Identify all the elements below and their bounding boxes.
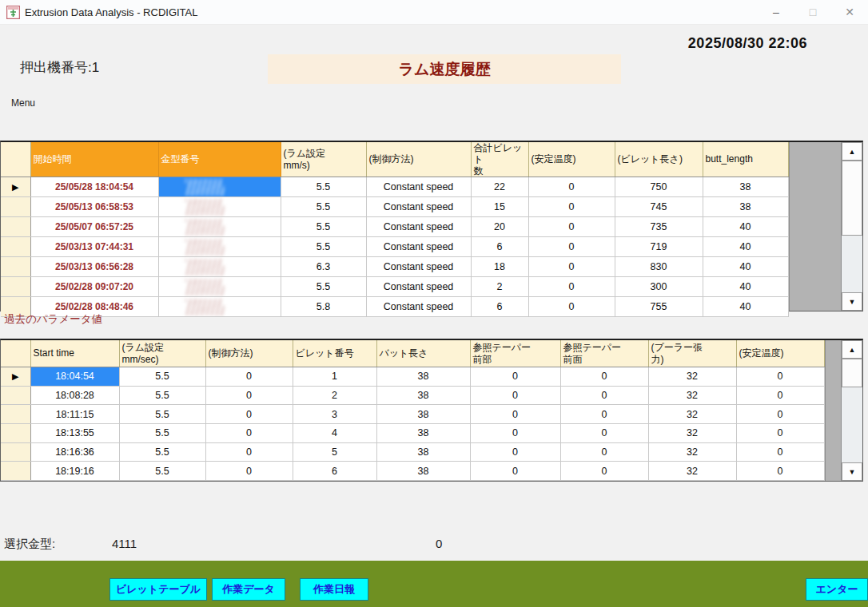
grid-cell[interactable]: 22 xyxy=(471,177,528,197)
row-selector[interactable] xyxy=(1,442,30,462)
grid-cell[interactable]: 0 xyxy=(528,197,615,217)
grid-cell[interactable] xyxy=(158,277,281,297)
grid-cell[interactable]: 0 xyxy=(736,423,824,442)
grid-cell[interactable]: Constant speed xyxy=(366,237,471,257)
grid-cell[interactable]: 25/05/28 18:04:54 xyxy=(30,177,158,197)
grid-cell[interactable]: 5 xyxy=(293,442,376,462)
column-header[interactable]: Start time xyxy=(30,340,119,367)
row-selector[interactable] xyxy=(1,277,30,297)
row-selector[interactable] xyxy=(1,217,30,237)
grid-cell[interactable]: 0 xyxy=(528,237,615,257)
column-header[interactable]: 参照テーパー 前面 xyxy=(560,340,648,367)
row-selector[interactable] xyxy=(1,462,30,481)
grid-cell[interactable]: Constant speed xyxy=(366,277,471,297)
grid-cell[interactable]: 15 xyxy=(471,197,528,217)
grid-cell[interactable]: 38 xyxy=(376,442,470,462)
grid-cell[interactable]: 0 xyxy=(560,367,648,387)
grid-cell[interactable] xyxy=(158,297,281,317)
grid-cell[interactable]: 830 xyxy=(615,257,703,277)
grid-cell[interactable]: 5.5 xyxy=(281,277,366,297)
grid-cell[interactable]: 32 xyxy=(648,442,736,462)
grid-cell[interactable] xyxy=(158,217,281,237)
grid-cell[interactable]: 2 xyxy=(471,277,528,297)
grid-cell[interactable]: 5.5 xyxy=(119,423,205,442)
grid-cell[interactable]: 5.5 xyxy=(119,405,205,424)
grid-cell[interactable] xyxy=(158,237,281,257)
grid-cell[interactable]: 5.8 xyxy=(281,297,366,317)
grid-cell[interactable]: 0 xyxy=(560,462,648,481)
grid-cell[interactable]: 18 xyxy=(471,257,528,277)
grid-cell[interactable]: 32 xyxy=(648,462,736,481)
grid-cell[interactable]: 0 xyxy=(205,423,293,442)
column-header[interactable]: バット長さ xyxy=(376,340,470,367)
work-data-button[interactable]: 作業データ xyxy=(212,578,285,601)
grid-cell[interactable]: 0 xyxy=(528,297,615,317)
grid-cell[interactable]: 745 xyxy=(615,197,703,217)
grid-cell[interactable]: 0 xyxy=(470,405,560,424)
grid-cell[interactable]: 5.5 xyxy=(119,386,205,405)
grid-cell[interactable]: Constant speed xyxy=(366,297,471,317)
column-header[interactable]: 参照テーパー 前部 xyxy=(470,340,560,367)
grid-cell[interactable]: 0 xyxy=(470,442,560,462)
grid-cell[interactable]: Constant speed xyxy=(366,197,471,217)
grid-cell[interactable]: 0 xyxy=(736,462,824,481)
grid-cell[interactable]: 0 xyxy=(736,442,824,462)
grid-cell[interactable]: 38 xyxy=(376,367,470,387)
grid-cell[interactable]: 0 xyxy=(736,405,824,424)
grid-cell[interactable] xyxy=(158,177,281,197)
grid-cell[interactable]: 38 xyxy=(376,423,470,442)
grid-cell[interactable]: 32 xyxy=(648,405,736,424)
grid-cell[interactable]: 40 xyxy=(703,257,788,277)
grid-cell[interactable]: 38 xyxy=(376,386,470,405)
grid-cell[interactable]: 5.5 xyxy=(281,217,366,237)
grid-cell[interactable]: 5.5 xyxy=(281,177,366,197)
column-header[interactable]: (安定温度) xyxy=(736,340,824,367)
grid-cell[interactable]: 755 xyxy=(615,297,703,317)
column-header[interactable]: (プーラー張 力) xyxy=(648,340,736,367)
grid-cell[interactable]: 0 xyxy=(528,177,615,197)
grid-cell[interactable]: 38 xyxy=(376,405,470,424)
row-selector[interactable] xyxy=(1,423,30,442)
row-selector[interactable] xyxy=(1,197,30,217)
grid-cell[interactable]: 18:19:16 xyxy=(30,462,119,481)
grid-cell[interactable]: 40 xyxy=(703,217,788,237)
scroll-down-button[interactable]: ▼ xyxy=(842,292,862,311)
grid-cell[interactable]: 0 xyxy=(205,386,293,405)
grid-cell[interactable]: 0 xyxy=(736,386,824,405)
scrollbar-track[interactable] xyxy=(842,359,862,462)
grid-cell[interactable]: 4 xyxy=(293,423,376,442)
column-header[interactable]: (安定温度) xyxy=(528,142,615,177)
grid-cell[interactable]: 5.5 xyxy=(119,367,205,387)
grid-cell[interactable]: 0 xyxy=(528,257,615,277)
column-header[interactable]: (制御方法) xyxy=(205,340,293,367)
grid-cell[interactable]: 719 xyxy=(615,237,703,257)
grid-cell[interactable]: 0 xyxy=(470,423,560,442)
column-header[interactable]: 金型番号 xyxy=(158,142,281,177)
grid-cell[interactable]: 0 xyxy=(736,367,824,387)
grid-cell[interactable]: 0 xyxy=(560,405,648,424)
billet-table-button[interactable]: ビレットテーブル xyxy=(109,578,207,601)
grid-cell[interactable]: 5.5 xyxy=(281,197,366,217)
grid-cell[interactable]: 5.5 xyxy=(281,237,366,257)
grid-cell[interactable]: 18:08:28 xyxy=(30,386,119,405)
grid-cell[interactable] xyxy=(158,257,281,277)
minimize-button[interactable]: – xyxy=(758,0,794,24)
scroll-up-button[interactable]: ▲ xyxy=(842,142,862,161)
grid-cell[interactable]: 18:04:54 xyxy=(30,367,119,387)
scrollbar-thumb[interactable] xyxy=(842,161,862,236)
grid-cell[interactable]: 18:13:55 xyxy=(30,423,119,442)
grid-cell[interactable]: 25/02/28 09:07:20 xyxy=(30,277,158,297)
grid-cell[interactable]: 38 xyxy=(703,177,788,197)
close-button[interactable]: ✕ xyxy=(831,0,868,24)
row-selector[interactable] xyxy=(1,386,30,405)
grid-cell[interactable] xyxy=(158,197,281,217)
menu-item[interactable]: Menu xyxy=(11,97,35,109)
grid-cell[interactable]: 3 xyxy=(293,405,376,424)
grid-cell[interactable]: 735 xyxy=(615,217,703,237)
grid-cell[interactable]: 0 xyxy=(560,423,648,442)
grid-cell[interactable]: 0 xyxy=(205,442,293,462)
grid-cell[interactable]: Constant speed xyxy=(366,177,471,197)
scrollbar-thumb[interactable] xyxy=(842,359,862,387)
grid-cell[interactable]: 300 xyxy=(615,277,703,297)
grid-cell[interactable]: 32 xyxy=(648,423,736,442)
